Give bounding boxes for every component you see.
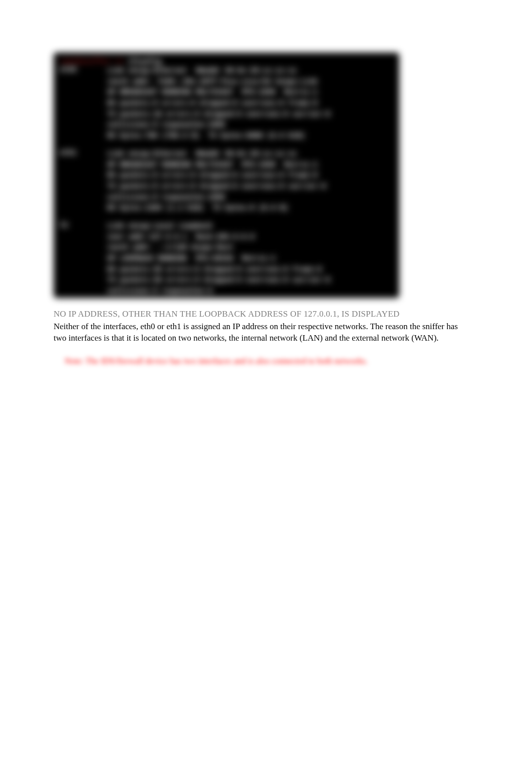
terminal-command: ifconfig — [128, 58, 161, 66]
body-paragraph: Neither of the interfaces, eth0 or eth1 … — [54, 321, 469, 344]
interface-name: lo — [60, 221, 107, 298]
interface-name: eth0 — [60, 66, 107, 142]
note-paragraph: Note: The IDS/firewall device has two in… — [65, 356, 479, 366]
interface-output: Link encap:Ethernet HWaddr 00:0c:29:xx:x… — [107, 66, 330, 142]
figure-caption: NO IP ADDRESS, OTHER THAN THE LOOPBACK A… — [54, 309, 479, 319]
terminal-interface-block: eth1 Link encap:Ethernet HWaddr 00:0c:29… — [60, 149, 393, 214]
terminal-prompt: root@sniffer:~# — [60, 58, 123, 66]
interface-name: eth1 — [60, 149, 107, 214]
terminal-prompt-line: root@sniffer:~# ifconfig — [60, 57, 393, 66]
interface-output: Link encap:Local Loopback inet addr:127.… — [107, 221, 330, 298]
terminal-interface-block: lo Link encap:Local Loopback inet addr:1… — [60, 221, 393, 298]
interface-output: Link encap:Ethernet HWaddr 00:0c:29:xx:x… — [107, 149, 326, 214]
terminal-interface-block: eth0 Link encap:Ethernet HWaddr 00:0c:29… — [60, 66, 393, 142]
terminal-screenshot: root@sniffer:~# ifconfig eth0 Link encap… — [54, 53, 399, 298]
